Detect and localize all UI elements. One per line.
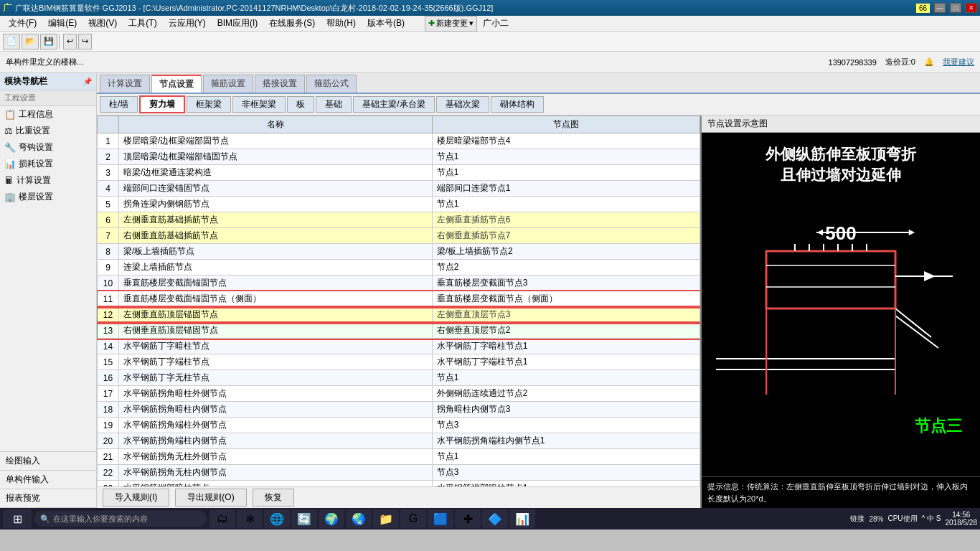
sub-tab-non-frame-beam[interactable]: 非框架梁 xyxy=(232,96,286,113)
sub-tab-masonry[interactable]: 砌体结构 xyxy=(491,96,544,113)
tab-stirrup-settings[interactable]: 箍筋设置 xyxy=(203,75,253,93)
taskbar-app-5[interactable]: 🌍 xyxy=(319,509,344,528)
row-node-cell[interactable]: 节点1 xyxy=(432,449,699,465)
menu-tools[interactable]: 工具(T) xyxy=(123,16,162,31)
row-node-cell[interactable]: 左侧垂直插筋节点6 xyxy=(432,212,699,228)
new-change-button[interactable]: ✚新建变更 ▾ xyxy=(425,16,477,32)
table-row[interactable]: 5拐角连梁内侧钢筋节点节点1 xyxy=(98,197,700,212)
menu-online[interactable]: 在线服务(S) xyxy=(263,16,321,31)
sidebar-item-calc[interactable]: 🖩 计算设置 xyxy=(0,172,96,189)
taskbar-app-9[interactable]: 🟦 xyxy=(428,509,453,528)
sub-tab-foundation[interactable]: 基础 xyxy=(316,96,352,113)
row-node-cell[interactable]: 左侧垂直顶层节点3 xyxy=(432,307,699,323)
table-row[interactable]: 16水平钢筋丁字无柱节点节点1 xyxy=(98,370,700,386)
minimize-button[interactable]: — xyxy=(934,3,946,13)
table-row[interactable]: 1楼层暗梁/边框梁端部固节点楼层暗梁端部节点4 xyxy=(98,133,700,149)
table-row[interactable]: 8梁/板上墙插筋节点梁/板上墙插筋节点2 xyxy=(98,244,700,260)
menu-file[interactable]: 文件(F) xyxy=(3,16,42,31)
table-row[interactable]: 18水平钢筋拐角暗柱内侧节点拐角暗柱内侧节点3 xyxy=(98,402,700,418)
row-node-cell[interactable]: 外侧钢筋连续通过节点2 xyxy=(432,386,699,402)
sidebar-pin-icon[interactable]: 📌 xyxy=(83,77,92,85)
row-node-cell[interactable]: 水平钢筋丁字端柱节点1 xyxy=(432,354,699,370)
row-node-cell[interactable]: 拐角暗柱内侧节点3 xyxy=(432,402,699,418)
tab-stirrup-formula[interactable]: 箍筋公式 xyxy=(306,75,357,93)
menu-cloud[interactable]: 云应用(Y) xyxy=(163,16,212,31)
table-row[interactable]: 12左侧垂直筋顶层锚固节点左侧垂直顶层节点3 xyxy=(98,307,700,323)
taskbar-app-7[interactable]: 📁 xyxy=(373,509,399,528)
sidebar-single-input[interactable]: 单构件输入 xyxy=(0,471,96,489)
row-node-cell[interactable]: 节点3 xyxy=(432,465,699,481)
row-node-cell[interactable]: 垂直筋楼层变截面节点（侧面） xyxy=(432,291,699,307)
row-node-cell[interactable]: 右侧垂直顶层节点2 xyxy=(432,323,699,339)
row-node-cell[interactable]: 水平钢筋拐角端柱内侧节点1 xyxy=(432,433,699,449)
table-row[interactable]: 13右侧垂直筋顶层锚固节点右侧垂直顶层节点2 xyxy=(98,323,700,339)
sidebar-item-weight[interactable]: ⚖ 比重设置 xyxy=(0,123,96,139)
table-row[interactable]: 19水平钢筋拐角端柱外侧节点节点3 xyxy=(98,418,700,433)
row-node-cell[interactable]: 端部间口连梁节点1 xyxy=(432,181,699,197)
row-node-cell[interactable]: 节点2 xyxy=(432,260,699,276)
tab-splice-settings[interactable]: 搭接设置 xyxy=(255,75,305,93)
open-button[interactable]: 📂 xyxy=(22,34,39,50)
menu-help[interactable]: 帮助(H) xyxy=(321,16,362,31)
taskbar-app-11[interactable]: 🔷 xyxy=(482,509,508,528)
table-row[interactable]: 6左侧垂直筋基础插筋节点左侧垂直插筋节点6 xyxy=(98,212,700,228)
taskbar-app-8[interactable]: G xyxy=(400,509,426,528)
row-node-cell[interactable]: 梁/板上墙插筋节点2 xyxy=(432,244,699,260)
sub-tab-column-wall[interactable]: 柱/墙 xyxy=(100,96,138,113)
menu-view[interactable]: 视图(V) xyxy=(83,16,123,31)
table-row[interactable]: 3暗梁/边框梁通连梁构造节点1 xyxy=(98,165,700,181)
row-node-cell[interactable]: 水平钢筋丁字暗柱节点1 xyxy=(432,339,699,354)
sidebar-item-project-info[interactable]: 📋 工程信息 xyxy=(0,106,96,123)
taskbar-search-box[interactable]: 🔍 在这里输入你要搜索的内容 xyxy=(34,511,207,527)
restore-button[interactable]: 恢复 xyxy=(253,489,294,507)
save-button[interactable]: 💾 xyxy=(40,34,57,50)
row-node-cell[interactable]: 节点3 xyxy=(432,418,699,433)
taskbar-app-2[interactable]: ❄ xyxy=(237,509,263,528)
table-row[interactable]: 20水平钢筋拐角端柱内侧节点水平钢筋拐角端柱内侧节点1 xyxy=(98,433,700,449)
maximize-button[interactable]: □ xyxy=(950,3,961,13)
table-row[interactable]: 15水平钢筋丁字端柱节点水平钢筋丁字端柱节点1 xyxy=(98,354,700,370)
row-node-cell[interactable]: 楼层暗梁端部节点4 xyxy=(432,133,699,149)
taskbar-app-12[interactable]: 📊 xyxy=(509,509,535,528)
table-row[interactable]: 9连梁上墙插筋节点节点2 xyxy=(98,260,700,276)
export-rules-button[interactable]: 导出规则(O) xyxy=(175,489,246,507)
row-node-cell[interactable]: 节点1 xyxy=(432,197,699,212)
table-row[interactable]: 17水平钢筋拐角暗柱外侧节点外侧钢筋连续通过节点2 xyxy=(98,386,700,402)
tab-node-settings[interactable]: 节点设置 xyxy=(151,75,202,93)
table-row[interactable]: 22水平钢筋拐角无柱内侧节点节点3 xyxy=(98,465,700,481)
row-node-cell[interactable]: 节点1 xyxy=(432,165,699,181)
table-row[interactable]: 21水平钢筋拐角无柱外侧节点节点1 xyxy=(98,449,700,465)
sub-tab-foundation-sub[interactable]: 基础次梁 xyxy=(436,96,489,113)
new-button[interactable]: 📄 xyxy=(3,34,20,50)
taskbar-app-10[interactable]: ✚ xyxy=(455,509,481,528)
row-node-cell[interactable]: 节点1 xyxy=(432,370,699,386)
sub-tab-shear-wall[interactable]: 剪力墙 xyxy=(139,95,185,113)
redo-button[interactable]: ↪ xyxy=(78,34,92,50)
sidebar-drawing-input[interactable]: 绘图输入 xyxy=(0,452,96,471)
row-node-cell[interactable]: 右侧垂直插筋节点7 xyxy=(432,228,699,244)
table-row[interactable]: 14水平钢筋丁字暗柱节点水平钢筋丁字暗柱节点1 xyxy=(98,339,700,354)
row-node-cell[interactable]: 垂直筋楼层变截面节点3 xyxy=(432,276,699,291)
taskbar-app-1[interactable]: 🗂 xyxy=(209,509,235,528)
taskbar-app-4[interactable]: 🔄 xyxy=(291,509,317,528)
table-row[interactable]: 10垂直筋楼层变截面锚固节点垂直筋楼层变截面节点3 xyxy=(98,276,700,291)
row-node-cell[interactable]: 节点1 xyxy=(432,149,699,165)
start-button[interactable]: ⊞ xyxy=(3,509,32,528)
taskbar-app-3[interactable]: 🌐 xyxy=(264,509,290,528)
undo-button[interactable]: ↩ xyxy=(63,34,77,50)
table-row[interactable]: 2顶层暗梁/边框梁端部锚固节点节点1 xyxy=(98,149,700,165)
sub-tab-frame-beam[interactable]: 框架梁 xyxy=(187,96,231,113)
import-rules-button[interactable]: 导入规则(I) xyxy=(103,489,169,507)
menu-edit[interactable]: 编辑(E) xyxy=(42,16,83,31)
table-row[interactable]: 7右侧垂直筋基础插筋节点右侧垂直插筋节点7 xyxy=(98,228,700,244)
menu-version[interactable]: 版本号(B) xyxy=(362,16,410,31)
table-row[interactable]: 11垂直筋楼层变截面锚固节点（侧面）垂直筋楼层变截面节点（侧面） xyxy=(98,291,700,307)
sidebar-report-preview[interactable]: 报表预览 xyxy=(0,489,96,508)
close-button[interactable]: ✕ xyxy=(966,3,977,13)
sub-tab-slab[interactable]: 板 xyxy=(287,96,314,113)
sidebar-item-hook[interactable]: 🔧 弯钩设置 xyxy=(0,139,96,156)
table-row[interactable]: 23水平钢筋端部暗柱节点水平钢筋端部暗柱节点1 xyxy=(98,481,700,487)
sub-tab-foundation-main[interactable]: 基础主梁/承台梁 xyxy=(353,96,434,113)
menu-bim[interactable]: BIM应用(I) xyxy=(212,16,264,31)
row-node-cell[interactable]: 水平钢筋端部暗柱节点1 xyxy=(432,481,699,487)
